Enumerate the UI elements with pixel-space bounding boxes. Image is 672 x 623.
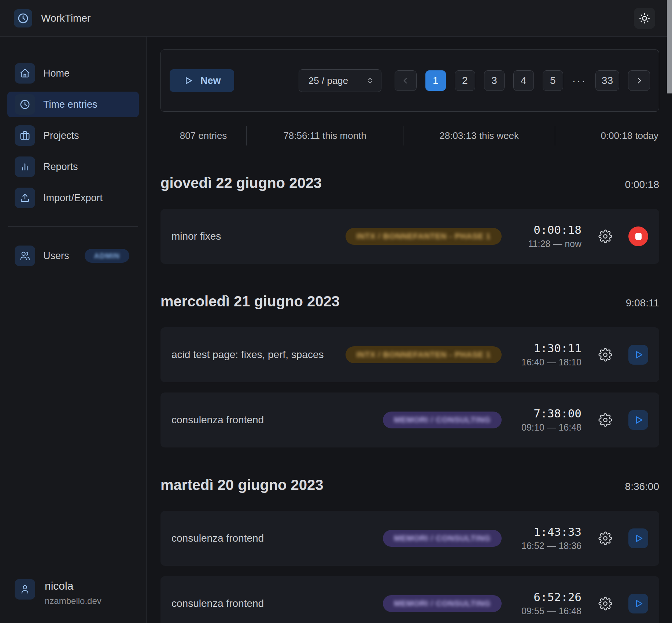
entry-time-range: 09:55 — 16:48 [515, 606, 581, 616]
entry-title: consulenza frontend [171, 532, 383, 544]
entry-times: 0:00:18 11:28 — now [515, 224, 581, 249]
app-title: WorkTimer [41, 12, 91, 24]
sidebar: HomeTime entriesProjectsReportsImport/Ex… [0, 37, 147, 623]
stat-item: 28:03:13 this week [403, 126, 555, 145]
sidebar-item-reports[interactable]: Reports [7, 154, 139, 180]
previous-page-button[interactable] [395, 70, 417, 91]
entries-list: giovedì 22 giugno 2023 0:00:18 minor fix… [160, 175, 659, 623]
pagination: 12345 ··· 33 [395, 70, 650, 91]
project-badge[interactable]: MEMORI / CONSULTING [383, 595, 502, 612]
entry-time-range: 09:10 — 16:48 [515, 422, 581, 433]
restart-timer-button[interactable] [628, 410, 648, 430]
project-badge[interactable]: INTX / BONNEFANTEN - PHASE 1 [346, 346, 502, 363]
gear-icon [598, 413, 612, 427]
account-info[interactable]: nicola nzambello.dev [7, 579, 139, 623]
entry-title: consulenza frontend [171, 414, 383, 426]
page-button-last[interactable]: 33 [595, 70, 619, 91]
sidebar-item-label: Reports [43, 161, 78, 173]
entry-settings-button[interactable] [597, 228, 614, 245]
day-header: giovedì 22 giugno 2023 0:00:18 [160, 175, 659, 191]
clock-icon [15, 94, 35, 115]
stat-item: 807 entries [160, 126, 247, 145]
entry-times: 1:30:11 16:40 — 18:10 [515, 342, 581, 368]
sidebar-item-time-entries[interactable]: Time entries [7, 92, 139, 117]
entry-title: consulenza frontend [171, 598, 383, 609]
sidebar-item-label: Import/Export [43, 192, 103, 204]
top-bar: WorkTimer [0, 0, 672, 37]
gear-icon [598, 531, 612, 545]
briefcase-icon [15, 125, 35, 146]
day-header: mercoledì 21 giugno 2023 9:08:11 [160, 293, 659, 310]
entry-times: 1:43:33 16:52 — 18:36 [515, 526, 581, 551]
project-badge[interactable]: MEMORI / CONSULTING [383, 530, 502, 547]
account-name: nicola [45, 580, 101, 592]
person-icon [15, 579, 35, 600]
page-size-select[interactable]: 25 / page [299, 69, 381, 92]
sidebar-item-projects[interactable]: Projects [7, 123, 139, 148]
entry-time-range: 11:28 — now [515, 239, 581, 249]
play-icon [633, 414, 644, 425]
clock-icon [17, 12, 29, 24]
project-badge[interactable]: MEMORI / CONSULTING [383, 412, 502, 428]
chevron-right-icon [634, 76, 644, 85]
play-icon [183, 75, 193, 86]
page-button-2[interactable]: 2 [455, 70, 475, 91]
entry-settings-button[interactable] [597, 346, 614, 363]
restart-timer-button[interactable] [628, 345, 648, 365]
chevron-left-icon [401, 76, 410, 85]
entry-settings-button[interactable] [597, 530, 614, 547]
upload-icon [15, 188, 35, 208]
project-badge[interactable]: INTX / BONNEFANTEN - PHASE 1 [346, 228, 502, 245]
day-total: 0:00:18 [625, 179, 659, 191]
next-page-button[interactable] [628, 70, 650, 91]
chart-icon [15, 156, 35, 177]
sidebar-nav: HomeTime entriesProjectsReportsImport/Ex… [0, 37, 146, 216]
scrollbar[interactable] [667, 0, 672, 623]
entry-settings-button[interactable] [597, 412, 614, 428]
time-entry-card: consulenza frontend MEMORI / CONSULTING … [160, 511, 659, 566]
page-button-4[interactable]: 4 [513, 70, 534, 91]
stat-item: 0:00:18 today [555, 126, 659, 145]
sidebar-divider [8, 226, 138, 227]
stop-icon [635, 233, 642, 240]
play-icon [633, 533, 644, 544]
day-section: giovedì 22 giugno 2023 0:00:18 minor fix… [160, 175, 659, 264]
sidebar-item-home[interactable]: Home [7, 60, 139, 86]
sun-icon [639, 12, 650, 24]
restart-timer-button[interactable] [628, 528, 648, 548]
entry-times: 7:38:00 09:10 — 16:48 [515, 407, 581, 433]
time-entry-card: consulenza frontend MEMORI / CONSULTING … [160, 392, 659, 447]
day-section: martedì 20 giugno 2023 8:36:00 consulenz… [160, 477, 659, 623]
day-date: martedì 20 giugno 2023 [160, 477, 324, 493]
entry-duration: 1:30:11 [515, 342, 581, 355]
entry-duration: 0:00:18 [515, 224, 581, 237]
day-section: mercoledì 21 giugno 2023 9:08:11 acid te… [160, 293, 659, 447]
sidebar-item-users[interactable]: Users ADMIN [7, 243, 139, 269]
admin-badge: ADMIN [85, 249, 130, 263]
app-logo [14, 9, 32, 27]
entry-title: minor fixes [171, 231, 346, 242]
page-button-5[interactable]: 5 [543, 70, 563, 91]
page-button-3[interactable]: 3 [484, 70, 505, 91]
entry-time-range: 16:52 — 18:36 [515, 541, 581, 551]
new-entry-button[interactable]: New [170, 69, 234, 92]
time-entry-card: minor fixes INTX / BONNEFANTEN - PHASE 1… [160, 209, 659, 264]
stop-timer-button[interactable] [628, 226, 648, 246]
restart-timer-button[interactable] [628, 594, 648, 613]
page-button-1[interactable]: 1 [425, 70, 446, 91]
sidebar-item-import-export[interactable]: Import/Export [7, 185, 139, 211]
users-icon [15, 246, 35, 266]
day-date: giovedì 22 giugno 2023 [160, 175, 322, 191]
gear-icon [598, 229, 612, 243]
entry-title: acid test page: fixes, perf, spaces [171, 349, 346, 361]
stats-bar: 807 entries78:56:11 this month28:03:13 t… [160, 126, 659, 145]
sidebar-item-label: Home [43, 68, 70, 79]
stat-item: 78:56:11 this month [247, 126, 403, 145]
time-entry-card: consulenza frontend MEMORI / CONSULTING … [160, 576, 659, 623]
entry-settings-button[interactable] [597, 595, 614, 612]
scrollbar-thumb[interactable] [667, 0, 672, 93]
sidebar-item-label: Users [43, 250, 69, 262]
entry-duration: 7:38:00 [515, 407, 581, 420]
theme-toggle-button[interactable] [634, 8, 655, 29]
gear-icon [598, 597, 612, 611]
